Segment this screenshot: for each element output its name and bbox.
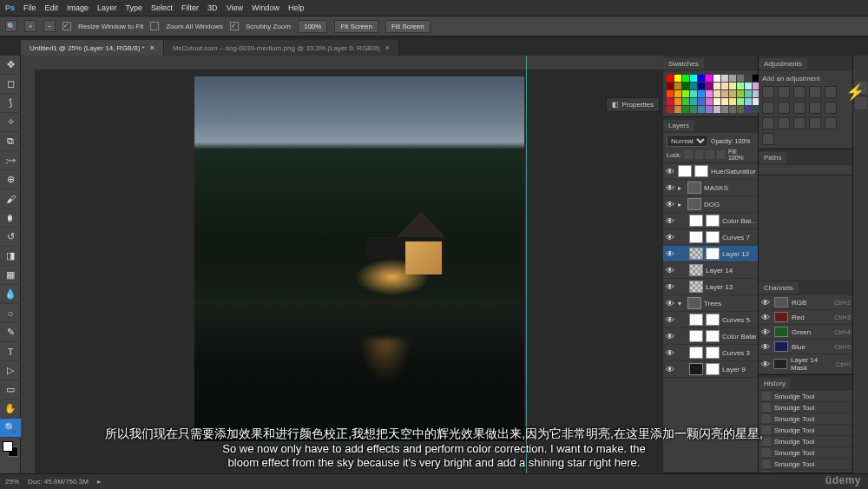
adjustment-preset-icon[interactable] [778, 86, 790, 98]
zoom-level[interactable]: 25% [5, 478, 19, 486]
adjustment-preset-icon[interactable] [762, 102, 774, 114]
layer-row[interactable]: 👁▸DOG [663, 196, 758, 213]
swatch-color[interactable] [682, 90, 689, 97]
layer-thumbnail[interactable] [689, 330, 703, 342]
swatch-color[interactable] [745, 90, 752, 97]
adjustments-tab[interactable]: Adjustments [759, 58, 807, 69]
lasso-tool[interactable]: ⟆ [0, 94, 21, 113]
layer-thumbnail[interactable] [689, 264, 703, 276]
ruler-origin[interactable] [21, 56, 35, 69]
layer-name-label[interactable]: MASKS [704, 184, 756, 192]
channel-row[interactable]: 👁Layer 14 MaskCtrl+\ [759, 354, 852, 374]
document-canvas[interactable] [194, 76, 524, 441]
swatch-color[interactable] [721, 106, 728, 113]
layer-row[interactable]: 👁Color Balanc... [663, 328, 758, 345]
swatch-color[interactable] [713, 83, 720, 89]
layer-row[interactable]: 👁Hue/Saturation 1 [663, 163, 758, 180]
swatch-color[interactable] [667, 98, 674, 105]
crop-tool[interactable]: ⧉ [0, 132, 21, 151]
swatch-color[interactable] [745, 106, 752, 113]
layer-name-label[interactable]: Color Bal... [722, 217, 756, 225]
layer-name-label[interactable]: Curves 7 [722, 234, 756, 241]
visibility-toggle-icon[interactable]: 👁 [665, 266, 675, 275]
pen-tool[interactable]: ✎ [0, 323, 21, 342]
adjustment-preset-icon[interactable] [793, 117, 806, 129]
adjustment-preset-icon[interactable] [825, 102, 837, 114]
swatch-color[interactable] [729, 106, 736, 113]
layer-row[interactable]: 👁Curves 7 [663, 229, 758, 246]
swatch-color[interactable] [745, 98, 752, 105]
opacity-label[interactable]: Opacity: 100% [711, 138, 751, 144]
adjustment-preset-icon[interactable] [809, 86, 821, 98]
zoom-in-icon[interactable]: + [24, 20, 36, 32]
lock-transparent-icon[interactable] [684, 150, 693, 159]
gradient-tool[interactable]: ▦ [0, 266, 21, 285]
close-icon[interactable]: × [385, 43, 390, 52]
swatch-color[interactable] [737, 83, 744, 89]
adjustment-preset-icon[interactable] [825, 117, 837, 129]
mask-thumbnail[interactable] [706, 314, 720, 326]
visibility-toggle-icon[interactable]: 👁 [760, 313, 771, 322]
layer-name-label[interactable]: Layer 13 [706, 283, 756, 291]
adjustment-preset-icon[interactable] [778, 102, 790, 114]
swatch-color[interactable] [737, 98, 744, 105]
swatch-color[interactable] [713, 98, 720, 105]
group-toggle-icon[interactable]: ▸ [678, 184, 685, 192]
healing-brush-tool[interactable]: ⊕ [0, 170, 21, 189]
menu-window[interactable]: Window [252, 3, 279, 12]
swatch-color[interactable] [674, 75, 681, 82]
mask-thumbnail[interactable] [694, 165, 708, 177]
visibility-toggle-icon[interactable]: 👁 [665, 249, 675, 259]
layer-row[interactable]: 👁Layer 14 [663, 262, 758, 279]
swatch-color[interactable] [737, 106, 744, 113]
layer-thumbnail[interactable] [689, 281, 703, 293]
layer-row[interactable]: 👁Curves 3 [663, 345, 758, 361]
zoom-out-icon[interactable]: − [43, 20, 56, 32]
swatch-color[interactable] [706, 75, 713, 82]
channels-tab[interactable]: Channels [759, 282, 799, 294]
layer-row[interactable]: 👁Layer 9 [663, 361, 758, 378]
blur-tool[interactable]: 💧 [0, 285, 21, 304]
swatch-color[interactable] [667, 90, 674, 97]
clone-stamp-tool[interactable]: ⧯ [0, 208, 21, 228]
layer-name-label[interactable]: Layer 9 [722, 366, 756, 373]
adjustment-preset-icon[interactable] [793, 86, 806, 98]
layer-name-label[interactable]: Layer 14 [706, 267, 756, 274]
swatch-color[interactable] [690, 98, 697, 105]
layer-name-label[interactable]: Curves 3 [722, 349, 756, 357]
history-state[interactable]: Smudge Tool [759, 391, 852, 402]
hand-tool[interactable]: ✋ [0, 400, 21, 419]
channel-row[interactable]: 👁GreenCtrl+4 [759, 325, 852, 340]
eraser-tool[interactable]: ◨ [0, 247, 21, 266]
swatch-color[interactable] [737, 90, 744, 97]
swatch-color[interactable] [667, 83, 674, 89]
adjustment-preset-icon[interactable] [778, 117, 790, 129]
history-brush-tool[interactable]: ↺ [0, 228, 21, 247]
swatch-color[interactable] [706, 90, 713, 97]
scrubby-zoom-checkbox[interactable] [230, 22, 239, 30]
swatch-color[interactable] [737, 75, 744, 82]
adjustment-preset-icon[interactable] [809, 117, 821, 129]
swatch-color[interactable] [698, 83, 705, 89]
swatch-color[interactable] [706, 106, 713, 113]
mask-thumbnail[interactable] [706, 231, 720, 243]
channel-row[interactable]: 👁BlueCtrl+5 [759, 340, 852, 354]
swatch-color[interactable] [729, 83, 736, 89]
status-arrow-icon[interactable]: ▸ [97, 478, 101, 486]
layer-name-label[interactable]: Hue/Saturation 1 [711, 168, 756, 175]
layer-thumbnail[interactable] [689, 314, 703, 326]
swatch-color[interactable] [706, 83, 713, 89]
zoom-100-button[interactable]: 100% [298, 20, 327, 33]
lock-pixels-icon[interactable] [695, 150, 704, 159]
path-select-tool[interactable]: ▷ [0, 361, 21, 380]
swatch-color[interactable] [674, 83, 681, 89]
menu-select[interactable]: Select [151, 3, 173, 12]
layer-name-label[interactable]: Curves 5 [722, 316, 756, 324]
swatch-color[interactable] [713, 106, 720, 113]
vertical-guide[interactable] [526, 56, 527, 473]
swatch-color[interactable] [682, 98, 689, 105]
zoom-tool[interactable]: 🔍 [0, 419, 21, 438]
swatch-color[interactable] [674, 106, 681, 113]
adjustment-preset-icon[interactable] [793, 102, 806, 114]
channel-row[interactable]: 👁RedCtrl+3 [759, 310, 852, 325]
